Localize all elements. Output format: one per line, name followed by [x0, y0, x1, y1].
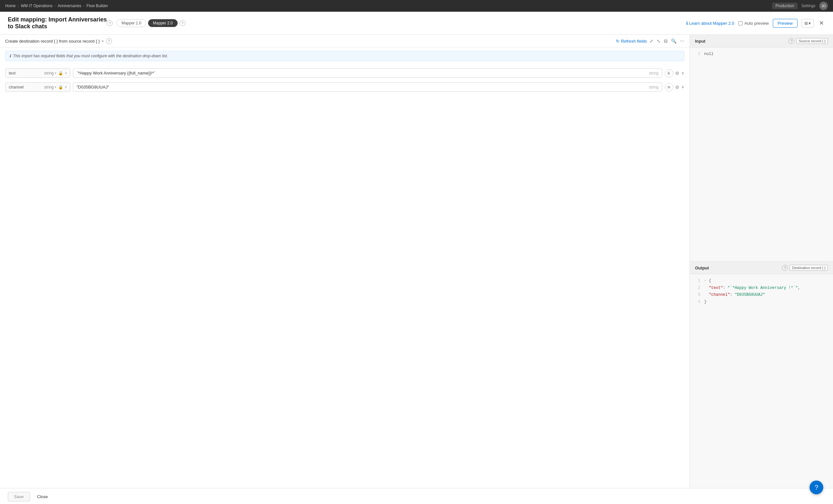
- settings-link[interactable]: Settings: [802, 4, 815, 8]
- more-icon[interactable]: ⋯: [680, 39, 684, 44]
- mapping-content: text string ▾ 🔒 ▾ `*Happy Work Anniversa…: [0, 65, 690, 488]
- line-number-1: 1: [695, 278, 700, 285]
- dropdown-arrow-icon: ▾: [102, 39, 103, 43]
- content-area: Create destination record { } from sourc…: [0, 35, 833, 488]
- value-content-text: `*Happy Work Anniversary {{full_name}}!*…: [76, 71, 156, 75]
- auto-preview-checkbox[interactable]: [738, 21, 742, 25]
- row-actions-channel: H ⚙ +: [665, 83, 684, 91]
- main-header: Edit mapping: Import Anniversaries to Sl…: [0, 12, 833, 35]
- val-text: "`*Happy Work Anniversary !*`": [728, 286, 798, 290]
- output-help-icon[interactable]: ?: [782, 265, 788, 271]
- refresh-fields-button[interactable]: ↻ Refresh fields: [616, 39, 647, 44]
- learn-link[interactable]: ℹ Learn about Mapper 2.0: [686, 21, 734, 26]
- add-icon[interactable]: +: [681, 70, 684, 76]
- add-icon-channel[interactable]: +: [681, 84, 684, 90]
- formula-button[interactable]: E: [665, 69, 673, 77]
- topbar: Home › WM IT Operations › Anniversaries …: [0, 0, 833, 12]
- expand-icon[interactable]: ⤢: [649, 39, 653, 44]
- close-button[interactable]: ✕: [818, 18, 825, 28]
- input-header: Input ? Source record { }: [690, 35, 833, 48]
- value-box-text[interactable]: `*Happy Work Anniversary {{full_name}}!*…: [73, 68, 662, 78]
- layout-icon: ⊞: [804, 21, 808, 26]
- mapper1-button[interactable]: Mapper 1.0: [117, 19, 146, 27]
- source-dropdown-text: Create destination record { } from sourc…: [5, 39, 100, 44]
- line-number-4: 4: [695, 299, 700, 306]
- source-record-badge: Source record { }: [796, 38, 828, 44]
- preview-button[interactable]: Preview: [773, 19, 798, 28]
- table-row: text string ▾ 🔒 ▾ `*Happy Work Anniversa…: [5, 68, 684, 78]
- code-line-3: 3 "channel": "D035BG8UUAJ": [695, 291, 828, 299]
- chevron-down-icon: ▾: [65, 71, 67, 75]
- table-row: channel string ▾ 🔒 ▾ "D035BG8UUAJ" strin…: [5, 82, 684, 92]
- value-box-channel[interactable]: "D035BG8UUAJ" string: [73, 82, 662, 92]
- code-line-2: 2 "text": "`*Happy Work Anniversary !*`"…: [695, 285, 828, 292]
- value-content-channel: "D035BG8UUAJ": [76, 85, 109, 90]
- auto-preview-group: Auto preview: [738, 21, 769, 26]
- title-help-icon[interactable]: ?: [107, 20, 113, 26]
- line-number: 1: [695, 51, 700, 58]
- settings-icon-channel[interactable]: ⚙: [675, 85, 680, 90]
- toolbar-icons: ⤢ ⤡ ⊟ 🔍 ⋯: [649, 39, 684, 44]
- close-footer-button[interactable]: Close: [34, 492, 51, 501]
- val-channel: "D035BG8UUAJ": [735, 292, 765, 297]
- code-content: null: [704, 51, 714, 58]
- chevron-down-icon-channel: ▾: [65, 85, 67, 89]
- breadcrumb: Home › WM IT Operations › Anniversaries …: [5, 4, 108, 8]
- input-title: Input: [695, 39, 786, 44]
- row-actions-text: E ⚙ +: [665, 69, 684, 77]
- topbar-right: Production Settings JD: [772, 2, 828, 10]
- input-help-icon[interactable]: ?: [788, 38, 794, 44]
- search-icon[interactable]: 🔍: [671, 39, 676, 44]
- code-line-3-content: "channel": "D035BG8UUAJ": [704, 291, 765, 299]
- mapping-help-icon[interactable]: ?: [106, 38, 112, 44]
- avatar[interactable]: JD: [819, 2, 828, 10]
- filter-icon[interactable]: ⊟: [664, 39, 668, 44]
- refresh-label: Refresh fields: [621, 39, 647, 44]
- field-type-text: string ▾: [44, 71, 56, 75]
- source-dropdown[interactable]: Create destination record { } from sourc…: [5, 39, 103, 44]
- mapper-help-icon[interactable]: ?: [180, 20, 186, 26]
- code-line-2-content: "text": "`*Happy Work Anniversary !*`",: [704, 285, 800, 292]
- breadcrumb-anniversaries[interactable]: Anniversaries: [57, 4, 81, 8]
- info-icon: ℹ: [686, 21, 688, 26]
- footer: Save Close: [0, 488, 833, 504]
- code-line: 1 null: [695, 51, 828, 58]
- input-section: Input ? Source record { } 1 null: [690, 35, 833, 262]
- breadcrumb-ops[interactable]: WM IT Operations: [21, 4, 52, 8]
- destination-record-badge: Destination record { }: [790, 265, 828, 271]
- help-fab-button[interactable]: ?: [810, 481, 823, 494]
- info-bar: ℹ This import has required fields that y…: [5, 51, 684, 61]
- breadcrumb-home[interactable]: Home: [5, 4, 16, 8]
- helper-button[interactable]: H: [665, 83, 673, 91]
- info-bar-icon: ℹ: [9, 54, 11, 58]
- lock-icon-channel: 🔒: [58, 85, 63, 90]
- settings-icon[interactable]: ⚙: [675, 71, 680, 76]
- save-button[interactable]: Save: [8, 492, 30, 501]
- line-number-3: 3: [695, 291, 700, 299]
- refresh-icon: ↻: [616, 39, 620, 44]
- code-line-4: 4 }: [695, 299, 828, 306]
- page-title-line1: Edit mapping: Import Anniversaries: [8, 16, 107, 23]
- field-type-arrow-channel: ▾: [55, 85, 56, 89]
- output-section: Output ? Destination record { } 1 · { 2 …: [690, 262, 833, 488]
- layout-button[interactable]: ⊞ ▾: [802, 19, 814, 28]
- code-line-1: 1 · {: [695, 278, 828, 285]
- layout-chevron: ▾: [809, 21, 811, 26]
- code-line-4-content: }: [704, 299, 707, 306]
- learn-link-text[interactable]: Learn about Mapper 2.0: [689, 21, 734, 26]
- shrink-icon[interactable]: ⤡: [657, 39, 661, 44]
- line-number-2: 2: [695, 285, 700, 292]
- code-line-1-content: · {: [704, 278, 711, 285]
- page-title-line2: to Slack chats: [8, 23, 107, 30]
- output-title: Output: [695, 265, 780, 270]
- help-icon: ?: [814, 484, 818, 491]
- value-type-channel: string: [649, 85, 658, 90]
- input-code-area: 1 null: [690, 48, 833, 261]
- mapper2-button[interactable]: Mapper 2.0: [148, 19, 178, 27]
- title-group: Edit mapping: Import Anniversaries to Sl…: [8, 16, 107, 30]
- breadcrumb-flow[interactable]: Flow Builder: [87, 4, 108, 8]
- mapping-panel: Create destination record { } from sourc…: [0, 35, 690, 488]
- field-box-channel: channel string ▾ 🔒 ▾: [5, 82, 70, 92]
- key-text: "text": [709, 286, 723, 290]
- lock-icon: 🔒: [58, 71, 63, 75]
